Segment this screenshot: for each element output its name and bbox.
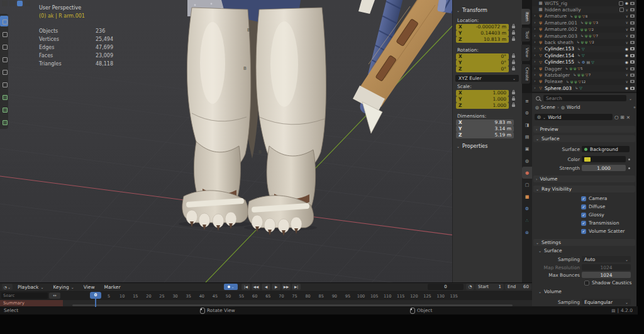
surface-shader-field[interactable]: Background (582, 146, 630, 152)
breadcrumb-scene[interactable]: Scene (541, 104, 555, 110)
outliner-row[interactable]: ›▽Cylinder.154↳▽◉ (532, 52, 636, 58)
lock-icon[interactable] (512, 92, 515, 94)
tool-select-box[interactable] (0, 16, 8, 26)
eye-closed-icon[interactable]: ∨ (626, 28, 628, 31)
lock-icon[interactable] (512, 62, 515, 64)
properties-tab-tool[interactable]: ⚙ (522, 107, 532, 119)
axis-field[interactable]: X1.000 (456, 90, 509, 96)
camera-checkbox[interactable]: ✓ (581, 196, 586, 201)
object-name[interactable]: Armature (545, 13, 567, 19)
outliner-row[interactable]: ›ψKatzbalger↳ψψ▽7∨ (532, 72, 636, 78)
editor-type-button[interactable]: ◔⌄ (2, 284, 13, 290)
properties-tab-view-layer[interactable]: ▣ (522, 143, 532, 155)
camera-visibility-icon[interactable] (630, 2, 635, 5)
properties-tab-scene[interactable]: ◍ (522, 155, 532, 167)
outliner-row[interactable]: ▦hidden actually∨ (532, 6, 636, 13)
menu-playback[interactable]: Playback⌄ (18, 284, 44, 290)
axis-field[interactable]: X9.83 m (456, 120, 514, 126)
tool-add-primitive[interactable] (0, 116, 8, 127)
lock-icon[interactable] (512, 98, 515, 101)
lock-icon[interactable] (512, 32, 515, 35)
camera-visibility-icon[interactable] (630, 60, 635, 64)
lock-icon[interactable] (512, 55, 515, 58)
options-icon[interactable] (25, 1, 30, 6)
axis-field[interactable]: Z0° (456, 66, 509, 72)
object-name[interactable]: Dagger (545, 66, 562, 72)
properties-tab-world[interactable]: ● (522, 167, 532, 179)
pin-icon[interactable]: ⌖ (633, 105, 636, 110)
outliner-row[interactable]: ›ψArmature.001↳ψψ▽3∨ (532, 19, 636, 26)
fake-user-icon[interactable]: ○ (614, 114, 619, 120)
n-panel-tab-item[interactable]: Item (521, 9, 530, 25)
eye-closed-icon[interactable]: ∨ (626, 21, 628, 25)
camera-visibility-icon[interactable] (630, 80, 635, 83)
outliner-row[interactable]: ›ψArmature.003↳ψψ▽7∨ (532, 33, 636, 39)
settings-volume-subheader[interactable]: ⌄ Volume (538, 289, 635, 294)
color-picker-field[interactable] (582, 156, 626, 162)
n-panel-tab-create[interactable]: Create (521, 64, 530, 84)
strength-slider[interactable]: 1.000 (582, 165, 626, 171)
object-name[interactable]: Poleaxe (545, 79, 563, 84)
object-name[interactable]: Armature.001 (545, 20, 577, 26)
play-reverse-button[interactable]: ◀ (262, 284, 270, 290)
object-name[interactable]: Cylinder.153 (545, 46, 574, 52)
volume-sampling-dropdown[interactable]: Equiangular ⌄ (582, 299, 631, 305)
menu-keying[interactable]: Keying⌄ (53, 284, 74, 290)
axis-field[interactable]: Y0° (456, 60, 509, 66)
channel-search-input[interactable]: Searc (1, 292, 48, 299)
frame-start-field[interactable]: Start 1 (475, 284, 504, 290)
preview-section-header[interactable]: › Preview (533, 126, 635, 133)
ray-visibility-section-header[interactable]: ⌄ Ray Visibility (533, 186, 635, 192)
axis-field[interactable]: Z10.813 m (456, 36, 509, 43)
properties-tab-physics[interactable]: ⊚ (522, 226, 532, 238)
eye-open-icon[interactable]: ◉ (625, 1, 628, 5)
auto-keying-button[interactable]: ⌄ (224, 284, 238, 290)
outliner-row[interactable]: ›▽Cylinder.153↳▽◉ (532, 46, 636, 52)
camera-visibility-icon[interactable] (630, 54, 635, 57)
snap-target-icon[interactable] (17, 1, 23, 6)
properties-tab-particles[interactable]: ∴ (522, 214, 532, 226)
settings-section-header[interactable]: ⌄ Settings (533, 239, 635, 246)
lock-icon[interactable] (512, 26, 515, 28)
duplicate-data-icon[interactable]: ⊞ (621, 114, 625, 120)
object-name[interactable]: Sphere.003 (545, 86, 572, 91)
transform-section-header[interactable]: ⌄ Transform (457, 8, 526, 13)
camera-visibility-icon[interactable] (630, 21, 635, 25)
rotation-mode-dropdown[interactable]: XYZ Euler ⌄ (455, 75, 519, 82)
frame-end-field[interactable]: End 60 (505, 284, 531, 290)
axis-field[interactable]: Z1.000 (456, 103, 509, 109)
object-name[interactable]: Katzbalger (545, 72, 570, 78)
max-bounces-field[interactable]: 1024 (582, 272, 631, 278)
transmission-checkbox[interactable]: ✓ (581, 221, 586, 226)
axis-field[interactable]: Y1.000 (456, 96, 509, 103)
eye-closed-icon[interactable]: ∨ (626, 14, 628, 18)
surface-section-header[interactable]: ⌄ Surface (533, 135, 635, 142)
animate-dot-icon[interactable] (628, 167, 630, 169)
jump-to-end-button[interactable]: ▶| (292, 284, 301, 290)
properties-tab-collection[interactable]: ▢ (522, 179, 532, 191)
eye-open-icon[interactable]: ◉ (625, 53, 628, 57)
eye-closed-icon[interactable]: ∨ (626, 73, 628, 77)
properties-tab-modifiers[interactable]: ⚙ (522, 203, 532, 214)
camera-visibility-icon[interactable] (630, 41, 635, 44)
tool-annotate[interactable] (0, 91, 8, 102)
glossy-checkbox[interactable]: ✓ (581, 213, 586, 218)
axis-field[interactable]: Y0.14403 m (456, 30, 509, 36)
chevron-down-icon[interactable]: ⌄ (629, 96, 632, 101)
object-name[interactable]: Armature.003 (545, 33, 577, 39)
jump-to-start-button[interactable]: |◀ (242, 284, 250, 290)
volume-section-header[interactable]: › Volume (533, 175, 635, 182)
eye-closed-icon[interactable]: ∨ (626, 34, 628, 38)
camera-visibility-icon[interactable] (630, 47, 635, 50)
map-resolution-field[interactable]: 1024 (582, 264, 631, 270)
n-panel-tab-view[interactable]: View (521, 45, 530, 60)
axis-field[interactable]: X-0.000072 m (456, 24, 509, 30)
outliner-row[interactable]: ▦WGTS_rig◉ (532, 0, 636, 6)
object-name[interactable]: WGTS_rig (545, 1, 567, 6)
eye-open-icon[interactable]: ◉ (625, 86, 628, 90)
tool-rotate[interactable] (0, 53, 8, 64)
jump-to-prev-keyframe-button[interactable]: ◀◀ (252, 284, 260, 290)
search-input[interactable]: Search (543, 95, 626, 101)
object-name[interactable]: hidden actually (545, 7, 581, 13)
channel-filter-button[interactable]: ↔ (49, 292, 60, 299)
